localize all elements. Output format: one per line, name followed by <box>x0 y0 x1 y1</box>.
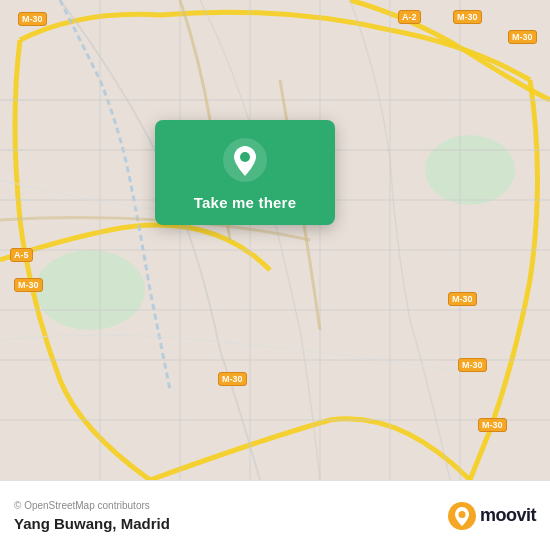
road-badge-m30-left: M-30 <box>14 278 43 292</box>
road-badge-m30-br1: M-30 <box>448 292 477 306</box>
svg-rect-0 <box>0 0 550 480</box>
take-me-there-label: Take me there <box>194 194 296 211</box>
road-badge-m30-top-left: M-30 <box>18 12 47 26</box>
moovit-logo: moovit <box>448 502 536 530</box>
road-badge-a2: A-2 <box>398 10 421 24</box>
road-badge-m30-tr2: M-30 <box>508 30 537 44</box>
svg-point-1 <box>35 250 145 330</box>
location-name: Yang Buwang, Madrid <box>14 515 170 532</box>
road-badge-m30-br3: M-30 <box>478 418 507 432</box>
map-container: M-30 A-2 M-30 M-30 A-5 M-30 M-30 M-30 M-… <box>0 0 550 480</box>
osm-credit: © OpenStreetMap contributors <box>14 500 170 511</box>
map-svg <box>0 0 550 480</box>
road-badge-m30-tr1: M-30 <box>453 10 482 24</box>
bottom-bar: © OpenStreetMap contributors Yang Buwang… <box>0 480 550 550</box>
location-pin-icon <box>223 138 267 182</box>
svg-point-19 <box>458 511 465 518</box>
take-me-there-popup[interactable]: Take me there <box>155 120 335 225</box>
bottom-left-info: © OpenStreetMap contributors Yang Buwang… <box>14 500 170 532</box>
road-badge-a5: A-5 <box>10 248 33 262</box>
moovit-logo-icon <box>448 502 476 530</box>
road-badge-m30-br2: M-30 <box>458 358 487 372</box>
svg-point-2 <box>425 135 515 205</box>
svg-point-17 <box>240 152 250 162</box>
moovit-text: moovit <box>480 505 536 526</box>
road-badge-m30-bc: M-30 <box>218 372 247 386</box>
